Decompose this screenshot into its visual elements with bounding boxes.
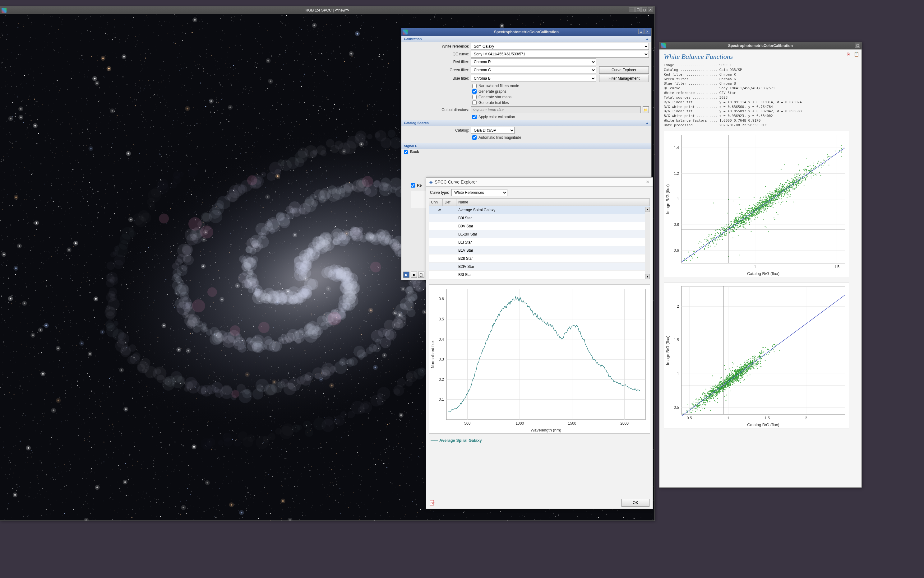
- output-dir-input[interactable]: [471, 106, 641, 113]
- ok-button[interactable]: OK: [621, 498, 649, 507]
- blue-filter-select[interactable]: Chroma B: [471, 75, 596, 82]
- green-filter-select[interactable]: Chroma G: [471, 67, 596, 73]
- gen-graphs-checkbox[interactable]: [472, 89, 477, 94]
- svg-point-1329: [726, 229, 727, 230]
- wbf-titlebar[interactable]: SpectrophotometricColorCalibration ▢: [659, 42, 861, 49]
- svg-text:1000: 1000: [515, 421, 524, 425]
- table-scrollbar[interactable]: ▲ ▼: [645, 207, 650, 279]
- section-signal[interactable]: Signal E: [401, 143, 651, 149]
- scroll-down-icon[interactable]: ▼: [645, 274, 650, 279]
- table-row[interactable]: B1-2III Star: [429, 230, 650, 238]
- red-filter-select[interactable]: Chroma R: [471, 58, 596, 65]
- close-icon[interactable]: ✕: [646, 180, 649, 185]
- svg-point-1772: [702, 394, 702, 395]
- catalog-select[interactable]: Gaia DR3/SP: [471, 127, 515, 134]
- svg-point-1151: [758, 211, 759, 212]
- svg-point-1421: [821, 167, 822, 168]
- restore-icon[interactable]: ❐: [635, 7, 641, 12]
- section-calibration[interactable]: Calibration ▲: [401, 36, 651, 42]
- col-name[interactable]: Name: [456, 199, 650, 206]
- pdf-icon[interactable]: ⎘: [845, 51, 851, 57]
- table-row[interactable]: B3I Star: [429, 271, 650, 278]
- pdf-icon[interactable]: PDF: [429, 500, 435, 505]
- close-icon[interactable]: ✕: [644, 29, 650, 34]
- svg-point-2534: [693, 408, 693, 409]
- svg-point-1312: [736, 221, 737, 222]
- apply-cc-checkbox[interactable]: [472, 115, 477, 119]
- svg-point-2631: [743, 367, 744, 369]
- section-catalog-search[interactable]: Catalog Search ▲: [401, 120, 651, 126]
- white-ref-select[interactable]: Sdm Galaxy: [471, 43, 649, 50]
- svg-point-2418: [732, 367, 733, 368]
- spcc-titlebar[interactable]: SpectrophotometricColorCalibration ▲ ✕: [401, 28, 651, 36]
- svg-point-1059: [764, 201, 765, 202]
- svg-point-2024: [706, 396, 706, 397]
- svg-point-1060: [761, 202, 762, 203]
- col-def[interactable]: Def: [443, 199, 456, 206]
- svg-point-1273: [803, 169, 804, 170]
- svg-point-2308: [749, 369, 751, 370]
- svg-point-2829: [735, 370, 736, 371]
- table-row[interactable]: WAverage Spiral Galaxy: [429, 206, 650, 214]
- gen-starmaps-checkbox[interactable]: [472, 95, 477, 99]
- svg-point-2104: [732, 384, 733, 385]
- table-row[interactable]: B0V Star: [429, 222, 650, 230]
- maximize-icon[interactable]: ▢: [641, 7, 647, 12]
- curve-type-select[interactable]: White References: [451, 189, 507, 196]
- svg-point-245: [743, 212, 743, 213]
- svg-point-2745: [732, 373, 733, 374]
- table-row[interactable]: B2II Star: [429, 255, 650, 263]
- svg-point-850: [722, 227, 723, 228]
- svg-point-515: [723, 227, 724, 228]
- auto-limit-mag-checkbox[interactable]: [472, 135, 477, 140]
- browse-folder-icon[interactable]: 📁: [642, 106, 649, 113]
- narrowband-checkbox[interactable]: [472, 84, 477, 88]
- table-row[interactable]: B0I Star: [429, 214, 650, 222]
- minimize-icon[interactable]: —: [629, 7, 634, 12]
- svg-point-2480: [772, 346, 773, 347]
- svg-point-2268: [757, 357, 758, 358]
- close-icon[interactable]: ✕: [647, 7, 653, 12]
- col-chn[interactable]: Chn: [429, 199, 443, 206]
- svg-point-2420: [761, 351, 762, 352]
- svg-point-277: [733, 237, 733, 238]
- maximize-icon[interactable]: ▢: [854, 42, 860, 48]
- svg-text:1500: 1500: [568, 421, 576, 425]
- table-row[interactable]: B1I Star: [429, 238, 650, 247]
- back-checkbox[interactable]: [404, 149, 408, 154]
- svg-point-2429: [704, 402, 706, 403]
- new-instance-icon[interactable]: ▶: [403, 271, 409, 278]
- svg-point-742: [783, 188, 785, 189]
- svg-point-60: [758, 209, 759, 210]
- copy-icon[interactable]: 📋: [853, 51, 859, 57]
- collapse-icon[interactable]: ▲: [638, 29, 644, 34]
- curve-explorer-titlebar[interactable]: ◈ SPCC Curve Explorer ✕: [426, 178, 652, 187]
- scroll-up-icon[interactable]: ▲: [645, 207, 650, 212]
- qe-curve-select[interactable]: Sony IMX411/455/461/533/571: [471, 51, 649, 58]
- re-checkbox[interactable]: [411, 183, 415, 188]
- green-filter-label: Green filter:: [404, 68, 469, 72]
- svg-point-675: [779, 198, 780, 199]
- curve-explorer-button[interactable]: Curve Explorer: [599, 66, 649, 74]
- svg-point-1406: [776, 212, 777, 213]
- svg-point-1258: [759, 212, 760, 213]
- svg-point-1309: [767, 202, 768, 203]
- svg-point-1345: [795, 178, 796, 179]
- svg-point-1196: [815, 174, 816, 175]
- svg-point-825: [699, 247, 700, 248]
- svg-point-498: [715, 233, 716, 234]
- svg-point-2167: [777, 344, 778, 345]
- gen-text-checkbox[interactable]: [472, 101, 477, 105]
- svg-point-1381: [752, 214, 753, 215]
- apply-icon[interactable]: ■: [411, 271, 417, 278]
- filter-management-button[interactable]: Filter Management: [599, 75, 649, 82]
- svg-point-1400: [799, 180, 800, 181]
- svg-point-1098: [789, 181, 790, 182]
- svg-point-1992: [735, 381, 735, 382]
- table-row[interactable]: B2IV Star: [429, 263, 650, 271]
- table-row[interactable]: B1V Star: [429, 247, 650, 255]
- svg-point-1035: [773, 193, 774, 194]
- svg-point-1189: [727, 213, 728, 214]
- apply-global-icon[interactable]: ◯: [418, 271, 424, 278]
- image-window-titlebar[interactable]: RGB 1:4 SPCC | <*new*> — ❐ ▢ ✕: [0, 6, 654, 14]
